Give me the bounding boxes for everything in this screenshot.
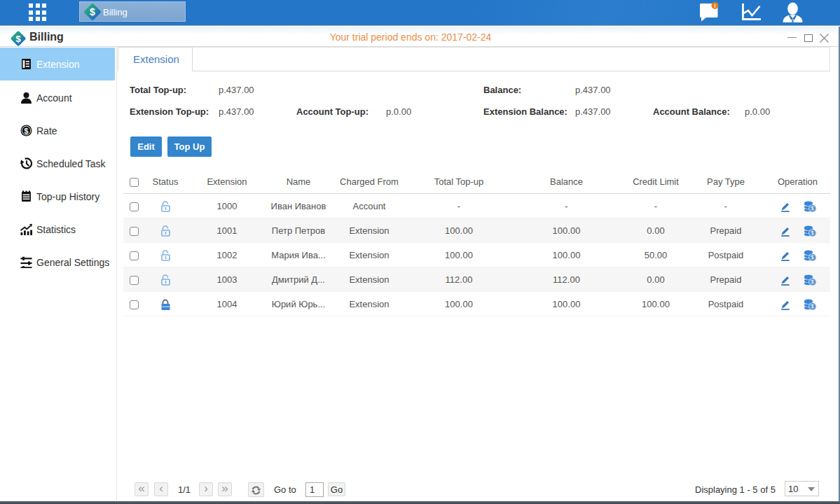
svg-text:$: $ xyxy=(90,6,95,18)
svg-text:$: $ xyxy=(811,279,813,285)
svg-text:$: $ xyxy=(811,304,813,309)
svg-text:!: ! xyxy=(714,3,716,9)
svg-text:$: $ xyxy=(811,206,813,211)
svg-text:$: $ xyxy=(25,127,29,135)
svg-text:$: $ xyxy=(811,230,813,236)
svg-text:$: $ xyxy=(811,255,813,260)
